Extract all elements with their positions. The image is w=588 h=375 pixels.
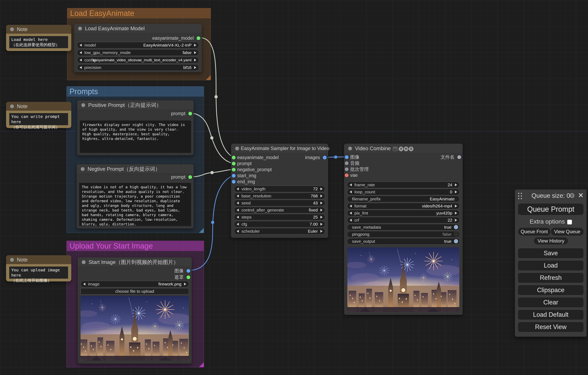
widget-pingpong[interactable]: pingpong false [347, 231, 460, 238]
node-title-bar[interactable]: Positive Prompt（正向提示词） [77, 100, 193, 110]
output-port-easyanimate-model[interactable] [197, 36, 200, 40]
left-arrow-icon[interactable] [350, 205, 352, 208]
left-arrow-icon[interactable] [83, 283, 85, 286]
extra-options-checkbox[interactable] [567, 220, 572, 224]
output-port-filename[interactable] [457, 155, 461, 159]
node-title-bar[interactable]: Start Image（图片到视频的开始图片） [78, 257, 192, 267]
widget-config[interactable]: config easyanimate_video_slicevae_multi_… [77, 57, 199, 63]
right-arrow-icon[interactable] [455, 190, 457, 193]
refresh-button[interactable]: Refresh [518, 273, 584, 283]
input-port-audio[interactable] [345, 161, 348, 165]
widget-cfg[interactable]: cfg 7.00 [234, 221, 325, 227]
widget-pix-fmt[interactable]: pix_fmt yuv420p [347, 210, 460, 216]
group-resize-handle[interactable] [199, 228, 204, 233]
toggle-icon[interactable] [454, 225, 458, 229]
load-default-button[interactable]: Load Default [518, 309, 584, 320]
negative-prompt-textarea[interactable]: The video is not of a high quality, it h… [79, 183, 191, 226]
left-arrow-icon[interactable] [350, 190, 352, 193]
gear-icon[interactable]: ⚙ [569, 192, 575, 199]
input-port-easyanimate-model[interactable] [232, 156, 236, 159]
right-arrow-icon[interactable] [320, 230, 323, 233]
widget-frame-rate[interactable]: frame_rate 24 [347, 182, 460, 188]
input-port-prompt[interactable] [232, 162, 236, 165]
node-title-bar[interactable]: Negtive Prompt（反向提示词） [77, 164, 193, 174]
output-port-image[interactable] [187, 269, 190, 273]
widget-control-after-generate[interactable]: control_after_generate fixed [234, 207, 325, 213]
widget-steps[interactable]: steps 25 [234, 214, 325, 220]
widget-save-output[interactable]: save_output true [347, 238, 460, 244]
right-arrow-icon[interactable] [320, 202, 323, 204]
right-arrow-icon[interactable] [320, 216, 323, 219]
right-arrow-icon[interactable] [455, 212, 457, 215]
widget-save-metadata[interactable]: save_metadata true [347, 224, 460, 231]
widget-low-gpu-memory-mode[interactable]: low_gpu_memory_mode false [77, 49, 199, 56]
positive-prompt-textarea[interactable]: fireworks display over night city. The v… [80, 121, 191, 153]
note-text[interactable]: You can write prompt here （你可以在此填写提示词） [9, 113, 68, 125]
right-arrow-icon[interactable] [194, 66, 196, 69]
widget-format[interactable]: format video/h264-mp4 [347, 203, 460, 209]
left-arrow-icon[interactable] [350, 212, 352, 215]
output-port-prompt[interactable] [188, 112, 192, 116]
left-arrow-icon[interactable] [237, 216, 239, 219]
widget-seed[interactable]: seed 43 [234, 200, 325, 206]
widget-scheduler[interactable]: scheduler Euler [234, 228, 325, 234]
right-arrow-icon[interactable] [320, 188, 323, 190]
left-arrow-icon[interactable] [350, 219, 352, 221]
left-arrow-icon[interactable] [237, 223, 239, 226]
close-icon[interactable]: × [578, 191, 583, 199]
view-history-button[interactable]: View History [534, 237, 568, 245]
left-arrow-icon[interactable] [350, 184, 352, 186]
right-arrow-icon[interactable] [320, 209, 323, 211]
load-button[interactable]: Load [518, 260, 584, 271]
input-port-end-img[interactable] [232, 180, 236, 184]
note-text[interactable]: Load model here （在此选择要使用的模型） [9, 36, 68, 48]
widget-loop-count[interactable]: loop_count 0 [347, 189, 460, 195]
right-arrow-icon[interactable] [320, 223, 323, 226]
right-arrow-icon[interactable] [194, 51, 196, 54]
right-arrow-icon[interactable] [194, 44, 196, 47]
queue-prompt-button[interactable]: Queue Prompt [518, 203, 584, 215]
group-resize-handle[interactable] [199, 362, 204, 367]
note-title-bar[interactable]: Note [6, 102, 71, 111]
widget-video-length[interactable]: video_length 72 [234, 186, 325, 192]
widget-image[interactable]: image firework.png [81, 281, 189, 287]
reset-view-button[interactable]: Reset View [518, 322, 584, 332]
right-arrow-icon[interactable] [455, 205, 457, 208]
left-arrow-icon[interactable] [237, 202, 239, 204]
left-arrow-icon[interactable] [80, 44, 82, 47]
save-button[interactable]: Save [518, 248, 584, 258]
output-port-prompt[interactable] [188, 175, 192, 179]
node-title-bar[interactable]: Load EasyAnimate Model [74, 24, 202, 33]
output-port-images[interactable] [323, 156, 327, 159]
right-arrow-icon[interactable] [320, 195, 323, 197]
widget-filename-prefix[interactable]: filename_prefix EasyAnimate [347, 196, 460, 202]
left-arrow-icon[interactable] [80, 59, 82, 62]
widget-model[interactable]: model EasyAnimateV4-XL-2-InP [77, 42, 199, 48]
group-load-easyanimate-title[interactable]: Load EasyAnimate [67, 8, 211, 18]
input-port-batch-manager[interactable] [345, 167, 348, 171]
queue-front-button[interactable]: Queue Front [518, 227, 551, 236]
clear-button[interactable]: Clear [518, 297, 584, 308]
output-port-mask[interactable] [187, 276, 190, 279]
group-prompts-title[interactable]: Prompts [67, 87, 204, 97]
widget-crf[interactable]: crf 22 [347, 217, 460, 223]
clipspace-button[interactable]: Clipspace [518, 285, 584, 295]
input-port-start-img[interactable] [232, 174, 236, 178]
choose-file-button[interactable]: choose file to upload [81, 288, 189, 295]
toggle-icon[interactable] [454, 239, 458, 243]
group-upload-start-image-title[interactable]: Upload Your Start Image [67, 241, 204, 251]
left-arrow-icon[interactable] [237, 209, 239, 211]
left-arrow-icon[interactable] [80, 51, 82, 54]
input-port-image[interactable] [345, 155, 348, 159]
note-title-bar[interactable]: Note [6, 255, 71, 264]
input-port-negative-prompt[interactable] [232, 168, 236, 172]
node-title-bar[interactable]: Video CombineVHS [344, 144, 462, 153]
right-arrow-icon[interactable] [455, 184, 457, 186]
right-arrow-icon[interactable] [184, 283, 186, 286]
group-resize-handle[interactable] [206, 75, 211, 80]
right-arrow-icon[interactable] [455, 219, 457, 221]
left-arrow-icon[interactable] [80, 66, 82, 69]
node-title-bar[interactable]: EasyAnimate Sampler for Image to Video [231, 144, 328, 153]
widget-precision[interactable]: precision bf16 [77, 64, 199, 71]
left-arrow-icon[interactable] [237, 188, 239, 190]
